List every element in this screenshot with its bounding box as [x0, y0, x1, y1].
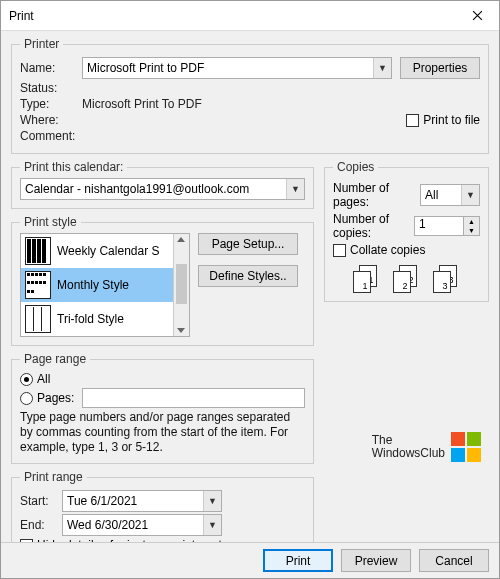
- where-label: Where:: [20, 113, 82, 127]
- type-value: Microsoft Print To PDF: [82, 97, 202, 111]
- calendar-group: Print this calendar: Calendar - nishantg…: [11, 160, 314, 209]
- num-copies-spinner[interactable]: 1 ▲▼: [414, 216, 480, 236]
- print-style-group: Print style Weekly Calendar S Monthl: [11, 215, 314, 346]
- style-label: Monthly Style: [57, 278, 129, 292]
- copies-group: Copies Number of pages: All ▼ Number of …: [324, 160, 489, 302]
- titlebar: Print: [1, 1, 499, 31]
- style-item-trifold[interactable]: Tri-fold Style: [21, 302, 173, 336]
- chevron-down-icon: ▼: [461, 185, 479, 205]
- style-list[interactable]: Weekly Calendar S Monthly Style Tri-fold…: [20, 233, 190, 337]
- hide-private-checkbox[interactable]: [20, 539, 33, 543]
- printer-legend: Printer: [20, 37, 63, 51]
- start-date-value: Tue 6/1/2021: [67, 494, 137, 508]
- chevron-down-icon: ▼: [203, 515, 221, 535]
- page-range-pages-label: Pages:: [37, 391, 74, 405]
- style-label: Tri-fold Style: [57, 312, 124, 326]
- spinner-arrows[interactable]: ▲▼: [464, 216, 480, 236]
- print-range-group: Print range Start: Tue 6/1/2021 ▼ End: W…: [11, 470, 314, 542]
- print-to-file-label: Print to file: [423, 113, 480, 127]
- print-button[interactable]: Print: [263, 549, 333, 572]
- collate-checkbox[interactable]: [333, 244, 346, 257]
- style-scrollbar[interactable]: [173, 234, 189, 336]
- hide-private-label: Hide details of private appointments: [37, 538, 228, 542]
- pages-input[interactable]: [82, 388, 305, 408]
- trifold-icon: [25, 305, 51, 333]
- end-date-value: Wed 6/30/2021: [67, 518, 148, 532]
- properties-button[interactable]: Properties: [400, 57, 480, 79]
- cancel-button[interactable]: Cancel: [419, 549, 489, 572]
- printer-name-value: Microsoft Print to PDF: [87, 61, 204, 75]
- chevron-down-icon: ▼: [373, 58, 391, 78]
- calendar-legend: Print this calendar:: [20, 160, 127, 174]
- dialog-body: Printer Name: Microsoft Print to PDF ▼ P…: [1, 31, 499, 542]
- window-title: Print: [9, 9, 455, 23]
- copies-legend: Copies: [333, 160, 378, 174]
- close-icon: [472, 10, 483, 21]
- name-label: Name:: [20, 61, 82, 75]
- page-setup-button[interactable]: Page Setup...: [198, 233, 298, 255]
- comment-label: Comment:: [20, 129, 82, 143]
- define-styles-button[interactable]: Define Styles..: [198, 265, 298, 287]
- printer-name-combo[interactable]: Microsoft Print to PDF ▼: [82, 57, 392, 79]
- calendar-combo[interactable]: Calendar - nishantgola1991@outlook.com ▼: [20, 178, 305, 200]
- page-range-all-radio[interactable]: [20, 373, 33, 386]
- preview-button[interactable]: Preview: [341, 549, 411, 572]
- page-range-legend: Page range: [20, 352, 90, 366]
- page-range-group: Page range All Pages: Type page numbers …: [11, 352, 314, 464]
- num-pages-label: Number of pages:: [333, 181, 420, 209]
- end-label: End:: [20, 518, 62, 532]
- close-button[interactable]: [455, 1, 499, 31]
- collate-label: Collate copies: [350, 243, 425, 257]
- end-date-combo[interactable]: Wed 6/30/2021 ▼: [62, 514, 222, 536]
- print-style-legend: Print style: [20, 215, 81, 229]
- status-label: Status:: [20, 81, 82, 95]
- monthly-icon: [25, 271, 51, 299]
- style-label: Weekly Calendar S: [57, 244, 160, 258]
- page-range-all-label: All: [37, 372, 50, 386]
- print-dialog: Print Printer Name: Microsoft Print to P…: [0, 0, 500, 579]
- print-to-file-checkbox[interactable]: [406, 114, 419, 127]
- watermark: The WindowsClub: [372, 432, 481, 462]
- page-range-hint: Type page numbers and/or page ranges sep…: [20, 410, 305, 455]
- page-range-pages-radio[interactable]: [20, 392, 33, 405]
- start-label: Start:: [20, 494, 62, 508]
- watermark-line2: WindowsClub: [372, 447, 445, 460]
- collate-illustration: 11 22 33: [333, 265, 480, 293]
- printer-group: Printer Name: Microsoft Print to PDF ▼ P…: [11, 37, 489, 154]
- dialog-footer: Print Preview Cancel: [1, 542, 499, 578]
- calendar-value: Calendar - nishantgola1991@outlook.com: [25, 182, 249, 196]
- num-copies-value[interactable]: 1: [414, 216, 464, 236]
- type-label: Type:: [20, 97, 82, 111]
- num-copies-label: Number of copies:: [333, 212, 414, 240]
- chevron-down-icon: ▼: [203, 491, 221, 511]
- weekly-icon: [25, 237, 51, 265]
- style-item-monthly[interactable]: Monthly Style: [21, 268, 173, 302]
- start-date-combo[interactable]: Tue 6/1/2021 ▼: [62, 490, 222, 512]
- print-range-legend: Print range: [20, 470, 87, 484]
- style-item-weekly[interactable]: Weekly Calendar S: [21, 234, 173, 268]
- windows-logo-icon: [451, 432, 481, 462]
- chevron-down-icon: ▼: [286, 179, 304, 199]
- num-pages-combo[interactable]: All ▼: [420, 184, 480, 206]
- num-pages-value: All: [425, 188, 438, 202]
